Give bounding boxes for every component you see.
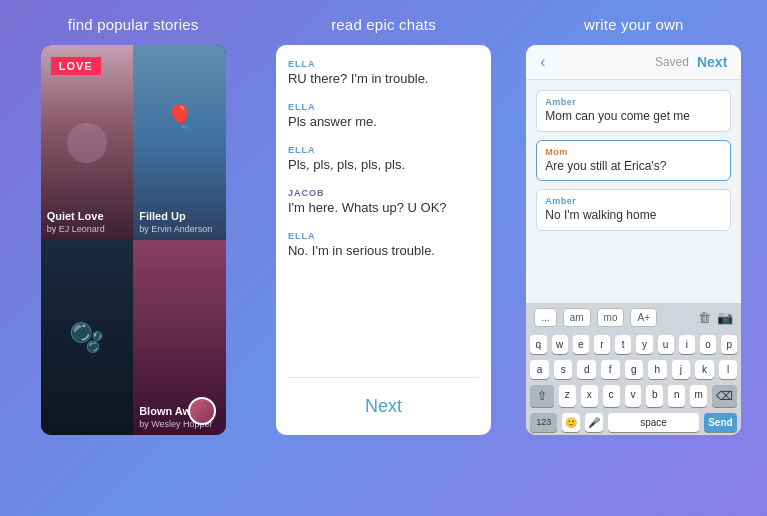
story-author-2: by Ervin Anderson	[139, 224, 220, 234]
key-r[interactable]: r	[594, 335, 610, 354]
chat-text-1: Pls answer me.	[288, 114, 479, 131]
write-toolbar: ... am mo A+ 🗑 📷	[526, 303, 741, 332]
key-v[interactable]: v	[625, 385, 642, 407]
key-k[interactable]: k	[695, 360, 714, 379]
back-icon[interactable]: ‹	[540, 53, 545, 71]
key-l[interactable]: l	[719, 360, 738, 379]
chat-sender-3: JACOB	[288, 188, 479, 198]
toolbar-add-person[interactable]: A+	[630, 308, 657, 327]
write-msg-block-2[interactable]: Amber No I'm walking home	[536, 189, 731, 231]
story-info-2: Filled Up by Ervin Anderson	[139, 210, 220, 234]
write-msg-sender-2: Amber	[545, 196, 722, 206]
key-m[interactable]: m	[690, 385, 707, 407]
story-avatar	[188, 397, 216, 425]
toolbar-dots[interactable]: ...	[534, 308, 556, 327]
toolbar-mo[interactable]: mo	[597, 308, 625, 327]
key-delete[interactable]: ⌫	[712, 385, 737, 407]
write-msg-text-0: Mom can you come get me	[545, 109, 722, 125]
section-write: write your own ‹ Saved Next Amber Mom ca…	[519, 16, 749, 435]
keyboard-row-1: q w e r t y u i o p	[526, 332, 741, 357]
key-mic[interactable]: 🎤	[585, 413, 603, 432]
key-num[interactable]: 123	[530, 413, 557, 432]
story-title-2: Filled Up	[139, 210, 220, 223]
deco-3: 🫧	[69, 321, 104, 354]
toolbar-camera-icon[interactable]: 📷	[717, 310, 733, 325]
key-i[interactable]: i	[679, 335, 695, 354]
write-header: ‹ Saved Next	[526, 45, 741, 80]
write-msg-text-2: No I'm walking home	[545, 208, 722, 224]
key-f[interactable]: f	[601, 360, 620, 379]
story-info-1: Quiet Love by EJ Leonard	[47, 210, 128, 234]
chat-msg-1: ELLA Pls answer me.	[288, 102, 479, 131]
chat-text-0: RU there? I'm in trouble.	[288, 71, 479, 88]
key-b[interactable]: b	[646, 385, 663, 407]
write-content: Amber Mom can you come get me Mom Are yo…	[526, 80, 741, 303]
story-cell-4[interactable]: Blown Away by Wesley Hopper	[133, 240, 226, 435]
stories-grid: Quiet Love by EJ Leonard 🎈 Filled Up by …	[41, 45, 226, 435]
deco-1	[67, 123, 107, 163]
keyboard-row-2: a s d f g h j k l	[526, 357, 741, 382]
write-msg-sender-1: Mom	[545, 147, 722, 157]
key-c[interactable]: c	[603, 385, 620, 407]
keyboard-row-bottom: 123 🙂 🎤 space Send	[526, 410, 741, 435]
chat-text-4: No. I'm in serious trouble.	[288, 243, 479, 260]
key-g[interactable]: g	[625, 360, 644, 379]
write-saved-label: Saved	[655, 55, 689, 69]
key-space[interactable]: space	[608, 413, 698, 432]
write-phone: ‹ Saved Next Amber Mom can you come get …	[526, 45, 741, 435]
story-cell-2[interactable]: 🎈 Filled Up by Ervin Anderson	[133, 45, 226, 240]
chat-sender-4: ELLA	[288, 231, 479, 241]
key-send[interactable]: Send	[704, 413, 738, 432]
love-badge: LOVE	[51, 57, 101, 75]
stories-phone: LOVE Quiet Love by EJ Leonard 🎈	[41, 45, 226, 435]
key-y[interactable]: y	[636, 335, 652, 354]
key-u[interactable]: u	[658, 335, 674, 354]
write-msg-block-1[interactable]: Mom Are you still at Erica's?	[536, 140, 731, 182]
key-emoji[interactable]: 🙂	[562, 413, 580, 432]
section-title-write: write your own	[584, 16, 684, 33]
story-title-1: Quiet Love	[47, 210, 128, 223]
chat-msg-0: ELLA RU there? I'm in trouble.	[288, 59, 479, 88]
key-s[interactable]: s	[554, 360, 573, 379]
write-msg-text-1: Are you still at Erica's?	[545, 159, 722, 175]
key-z[interactable]: z	[559, 385, 576, 407]
write-next-button[interactable]: Next	[697, 54, 727, 70]
section-title-read: read epic chats	[331, 16, 436, 33]
key-d[interactable]: d	[577, 360, 596, 379]
sections-row: find popular stories LOVE Quiet Love by …	[0, 0, 767, 445]
chat-sender-2: ELLA	[288, 145, 479, 155]
story-cell-3[interactable]: 🫧	[41, 240, 134, 435]
keyboard-area: q w e r t y u i o p a s d f g h	[526, 332, 741, 435]
key-x[interactable]: x	[581, 385, 598, 407]
chat-next-button[interactable]: Next	[276, 378, 491, 435]
chat-sender-1: ELLA	[288, 102, 479, 112]
deco-2: 🎈	[166, 104, 193, 130]
write-msg-sender-0: Amber	[545, 97, 722, 107]
story-author-1: by EJ Leonard	[47, 224, 128, 234]
chat-text-2: Pls, pls, pls, pls, pls.	[288, 157, 479, 174]
section-title-find: find popular stories	[68, 16, 199, 33]
toolbar-am[interactable]: am	[563, 308, 591, 327]
chat-text-3: I'm here. Whats up? U OK?	[288, 200, 479, 217]
key-e[interactable]: e	[573, 335, 589, 354]
toolbar-trash-icon[interactable]: 🗑	[698, 310, 711, 325]
keyboard-row-3: ⇧ z x c v b n m ⌫	[526, 382, 741, 410]
chat-msg-2: ELLA Pls, pls, pls, pls, pls.	[288, 145, 479, 174]
key-w[interactable]: w	[552, 335, 568, 354]
chat-msg-4: ELLA No. I'm in serious trouble.	[288, 231, 479, 260]
key-j[interactable]: j	[672, 360, 691, 379]
chat-phone: ELLA RU there? I'm in trouble. ELLA Pls …	[276, 45, 491, 435]
key-t[interactable]: t	[615, 335, 631, 354]
chat-msg-3: JACOB I'm here. Whats up? U OK?	[288, 188, 479, 217]
key-o[interactable]: o	[700, 335, 716, 354]
key-h[interactable]: h	[648, 360, 667, 379]
write-msg-block-0[interactable]: Amber Mom can you come get me	[536, 90, 731, 132]
key-shift[interactable]: ⇧	[530, 385, 554, 407]
chat-sender-0: ELLA	[288, 59, 479, 69]
key-a[interactable]: a	[530, 360, 549, 379]
key-q[interactable]: q	[530, 335, 546, 354]
key-n[interactable]: n	[668, 385, 685, 407]
key-p[interactable]: p	[721, 335, 737, 354]
section-read: read epic chats ELLA RU there? I'm in tr…	[268, 16, 498, 435]
section-find: find popular stories LOVE Quiet Love by …	[18, 16, 248, 435]
